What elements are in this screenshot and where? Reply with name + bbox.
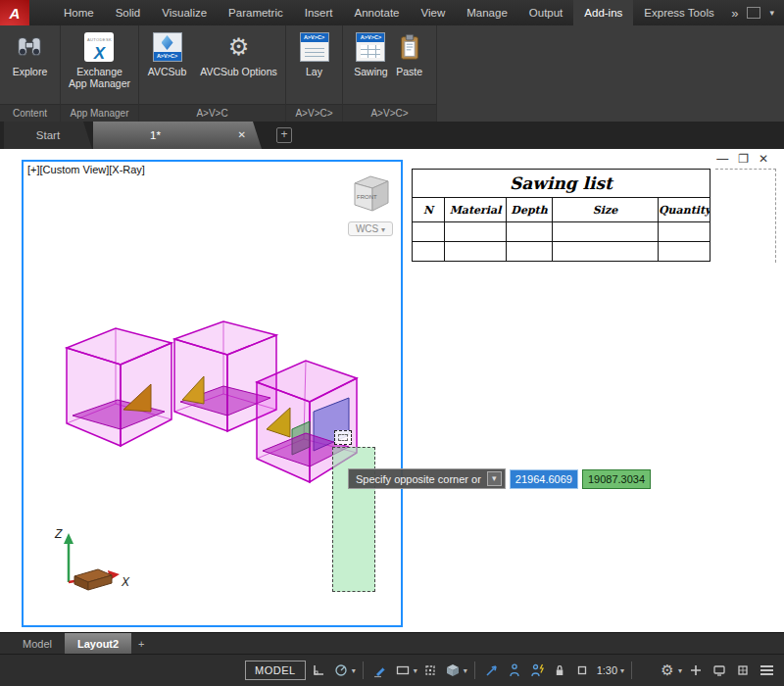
dimension-y-input[interactable]: 19087.3034 (582, 469, 651, 489)
viewport-controls-label[interactable]: [+][Custom View][X-Ray] (27, 164, 145, 175)
ribbon-options-chevron-icon[interactable]: ▾ (769, 8, 774, 18)
graphics-performance-icon[interactable] (710, 660, 729, 681)
tab-overflow-icon[interactable]: » (731, 6, 738, 21)
tab-output[interactable]: Output (518, 0, 574, 25)
selection-cycling-dropdown[interactable]: ▾ (393, 660, 417, 681)
clean-screen-icon[interactable] (733, 660, 753, 681)
paste-clipboard-icon (394, 30, 425, 64)
sawing-list-table: Sawing list N Material Depth Size Quanti… (412, 169, 710, 262)
model-3d-boxes[interactable] (49, 314, 372, 510)
tab-express-tools[interactable]: Express Tools (633, 0, 724, 25)
ribbon-tab-row: Home Solid Visualize Parametric Insert A… (53, 0, 725, 25)
minimize-icon[interactable]: — (716, 152, 728, 166)
svg-text:Z: Z (54, 527, 63, 541)
panel-label-avc3: A>V>C> (343, 104, 436, 122)
restore-icon[interactable]: ❐ (738, 152, 749, 166)
polar-tracking-icon[interactable] (331, 660, 351, 681)
drawing-canvas[interactable]: — ❐ ✕ [+][Custom View][X-Ray] FRONT WCS … (0, 149, 784, 632)
tab-insert[interactable]: Insert (294, 0, 344, 25)
ucs-icon: Z X (39, 525, 137, 596)
col-quantity: Quantity (659, 198, 710, 222)
panel-label-app-manager: App Manager (61, 104, 138, 122)
exchange-x-glyph: X (94, 46, 105, 61)
dimension-x-input[interactable]: 21964.6069 (510, 469, 578, 489)
explore-label: Explore (13, 66, 48, 77)
document-window-controls: — ❐ ✕ (716, 152, 768, 166)
sawing-button[interactable]: A>V>C> Sawing (352, 28, 389, 79)
customization-menu-icon[interactable] (757, 660, 776, 681)
dynamic-input-icon[interactable] (370, 660, 390, 681)
wcs-dropdown[interactable]: WCS ▾ (348, 221, 393, 236)
tab-visualize[interactable]: Visualize (151, 0, 218, 25)
panel-avc: A>V>C> AVCSub ⚙ AVCSub Options A>V>C (139, 25, 286, 122)
exchange-app-manager-button[interactable]: AUTODESK X Exchange App Manager (67, 28, 132, 91)
table-row (413, 242, 710, 262)
avc-strip-label: A>V>C> (301, 33, 328, 42)
autoscale-icon[interactable] (527, 660, 547, 681)
command-prompt-tooltip: Specify opposite corner or ▾ (348, 468, 506, 489)
start-tab-label: Start (36, 129, 60, 141)
panel-avc-sawing: A>V>C> Sawing Paste A>V>C> (343, 25, 437, 122)
paper-margin-dashed-v (775, 169, 776, 263)
lay-label: Lay (306, 66, 322, 77)
osnap-3d-cube-icon[interactable] (443, 660, 463, 681)
explore-button[interactable]: Explore (11, 28, 50, 79)
tab-parametric[interactable]: Parametric (218, 0, 294, 25)
status-plus-icon[interactable] (686, 660, 706, 681)
object-snap-icon[interactable] (420, 660, 440, 681)
model-space-button[interactable]: MODEL (245, 661, 306, 680)
layout-tab-bar: Model Layout2 + (0, 632, 784, 654)
avcsub-button[interactable]: A>V>C> AVCSub (142, 28, 193, 79)
sawing-label: Sawing (354, 66, 387, 77)
status-bar: MODEL ▾ ▾ ▾ (0, 654, 784, 686)
tab-view[interactable]: View (411, 0, 457, 25)
selection-cursor-pickbox (334, 430, 352, 445)
app-menu-button[interactable]: A (0, 0, 29, 25)
polar-tracking-dropdown[interactable]: ▾ (331, 660, 356, 681)
title-bar: A Home Solid Visualize Parametric Insert… (0, 0, 784, 25)
lock-ui-icon[interactable] (550, 660, 569, 681)
file-tab-drawing1[interactable]: 1* ✕ (93, 122, 262, 149)
viewcube[interactable]: FRONT WCS ▾ (344, 168, 397, 236)
ribbon: Explore Content AUTODESK X Exchange App … (0, 25, 784, 122)
annotation-scale-dropdown[interactable]: 1:30▾ (595, 664, 624, 676)
tab-layout2[interactable]: Layout2 (65, 633, 131, 654)
panel-label-content: Content (0, 104, 60, 122)
prompt-options-button[interactable]: ▾ (487, 471, 502, 486)
close-icon[interactable]: ✕ (759, 152, 768, 166)
annotation-visibility-icon[interactable] (505, 660, 524, 681)
gear-icon[interactable]: ⚙ (658, 660, 677, 681)
annotation-scale-value[interactable]: 1:30 (595, 664, 619, 676)
dynamic-ucs-icon[interactable] (482, 660, 502, 681)
col-n: N (413, 198, 445, 222)
ribbon-display-icon[interactable] (747, 7, 760, 19)
new-drawing-tab-button[interactable]: + (276, 127, 292, 143)
isolate-objects-icon[interactable] (572, 660, 592, 681)
tab-add-ins[interactable]: Add-ins (573, 0, 633, 25)
tab-home[interactable]: Home (53, 0, 105, 25)
tab-manage[interactable]: Manage (456, 0, 518, 25)
close-tab-icon[interactable]: ✕ (238, 122, 246, 149)
avcsub-options-button[interactable]: ⚙ AVCSub Options (195, 28, 283, 79)
tab-model[interactable]: Model (10, 633, 65, 654)
chevron-down-icon: ▾ (381, 225, 385, 234)
lay-button[interactable]: A>V>C> Lay (297, 28, 332, 79)
paste-button[interactable]: Paste (392, 28, 427, 79)
new-layout-button[interactable]: + (131, 633, 151, 654)
gear-icon: ⚙ (223, 30, 255, 64)
table-header-row: N Material Depth Size Quantity (413, 198, 710, 222)
paper-margin-dashed-h (715, 169, 776, 170)
viewcube-cube-icon[interactable]: FRONT (344, 168, 397, 215)
selection-cycling-icon[interactable] (393, 660, 413, 681)
table-title: Sawing list (413, 170, 710, 198)
workspace-switching-dropdown[interactable]: ⚙▾ (658, 660, 682, 681)
panel-app-manager: AUTODESK X Exchange App Manager App Mana… (61, 25, 139, 122)
tab-solid[interactable]: Solid (105, 0, 152, 25)
osnap-3d-dropdown[interactable]: ▾ (443, 660, 467, 681)
avcsub-label: AVCSub (148, 66, 187, 77)
lay-icon: A>V>C> (299, 30, 330, 64)
ortho-mode-icon[interactable] (309, 660, 328, 681)
tab-annotate[interactable]: Annotate (343, 0, 410, 25)
file-tab-start[interactable]: Start (4, 122, 92, 149)
col-size: Size (553, 198, 659, 222)
